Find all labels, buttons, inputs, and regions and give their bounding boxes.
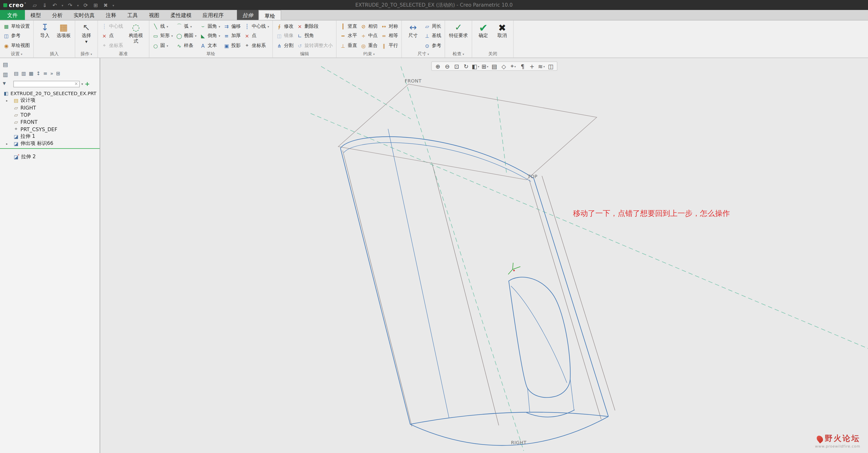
spline-button[interactable]: ∿样条 xyxy=(175,41,198,51)
tab-applications[interactable]: 应用程序 xyxy=(197,10,229,20)
refit-icon[interactable]: ⊡ xyxy=(452,63,461,69)
front-plane-label[interactable]: FRONT xyxy=(405,78,422,84)
tab-view[interactable]: 视图 xyxy=(143,10,165,20)
tab-realtime-simulation[interactable]: 实时仿真 xyxy=(68,10,100,20)
clear-filter-icon[interactable]: × xyxy=(73,82,79,86)
customize-qat-icon[interactable]: ▾ xyxy=(113,3,114,7)
regenerate-icon[interactable]: ⟳ xyxy=(83,2,89,8)
constraint-horizontal-button[interactable]: ━水平 xyxy=(338,31,359,41)
rectangle-button[interactable]: ▭矩形▾ xyxy=(151,31,175,41)
tree-item-extrude-1[interactable]: ◪拉伸 1 xyxy=(0,133,100,140)
references-button[interactable]: ◫参考 xyxy=(2,31,32,41)
tab-analysis[interactable]: 分析 xyxy=(46,10,68,20)
palette-button[interactable]: ▦选项板 xyxy=(54,22,73,40)
tab-model[interactable]: 模型 xyxy=(25,10,46,20)
select-button[interactable]: ↖选择▾ xyxy=(77,22,96,45)
tree-attach-icon[interactable]: ⊞ xyxy=(56,71,60,76)
circle-button[interactable]: ○圆▾ xyxy=(151,41,175,51)
chevron-down-icon[interactable]: ▾ xyxy=(219,25,220,28)
datum-display-filters-icon[interactable]: ⌖▾ xyxy=(509,63,518,70)
perspective-view-icon[interactable]: ◇ xyxy=(499,63,508,69)
coordinate-system-button[interactable]: ⌖坐标系 xyxy=(242,41,271,51)
zoom-out-icon[interactable]: ⊖ xyxy=(443,63,452,69)
perimeter-dimension-button[interactable]: ▱周长 xyxy=(423,22,443,31)
filter-funnel-icon[interactable]: ▼ xyxy=(3,82,6,86)
folder-browser-icon[interactable]: ▥ xyxy=(3,71,8,77)
windows-icon[interactable]: ⊞ xyxy=(93,2,99,8)
toolbar-overflow-icon[interactable]: » xyxy=(50,71,53,76)
chevron-down-icon[interactable]: ▾ xyxy=(166,25,168,28)
cancel-button[interactable]: ✖取消 xyxy=(493,22,512,40)
chevron-down-icon[interactable]: ▾ xyxy=(268,25,269,28)
constraint-parallel-button[interactable]: ∥平行 xyxy=(379,41,400,51)
tree-display-icon[interactable]: ▤ xyxy=(14,71,19,76)
constraint-tangent-button[interactable]: ⊘相切 xyxy=(359,22,379,31)
ok-button[interactable]: ✔确定 xyxy=(474,22,493,40)
group-label-settings[interactable]: 设置▾ xyxy=(2,51,32,57)
divide-button[interactable]: ⋔分割 xyxy=(275,41,295,51)
datum-point-button[interactable]: ×点 xyxy=(100,31,125,41)
display-style-icon[interactable]: ◧▾ xyxy=(471,63,480,69)
chevron-down-icon[interactable]: ▾ xyxy=(166,44,168,47)
feature-requirements-button[interactable]: ✓特征要求 xyxy=(447,22,470,40)
sketch-view-orientation-icon[interactable]: ◫ xyxy=(547,63,555,69)
spin-center-icon[interactable]: + xyxy=(528,63,536,69)
constraint-perpendicular-button[interactable]: ⊥垂直 xyxy=(338,41,359,51)
model-tree-tab-icon[interactable]: ▤ xyxy=(3,61,8,68)
right-plane-label[interactable]: RIGHT xyxy=(511,440,527,445)
ellipse-button[interactable]: ◯椭圆▾ xyxy=(175,31,198,41)
tree-item-design-items[interactable]: ▸▤设计项 xyxy=(0,97,100,104)
top-plane-label[interactable]: TOP xyxy=(528,173,537,179)
tree-item-front-plane[interactable]: ▱FRONT xyxy=(0,118,100,126)
tab-file[interactable]: 文件 xyxy=(0,10,25,20)
tab-flexible-modeling[interactable]: 柔性建模 xyxy=(165,10,197,20)
tree-item-part-root[interactable]: ◧EXTRUDE_20_TO_SELECTED_EX.PRT xyxy=(0,90,100,97)
constraint-equal-button[interactable]: =相等 xyxy=(379,31,400,41)
group-label-inspect[interactable]: 检查▾ xyxy=(447,50,470,57)
redo-icon[interactable]: ↷ xyxy=(67,2,73,8)
fillet-button[interactable]: ⌣圆角▾ xyxy=(198,22,222,31)
sketch-view-button[interactable]: ◉草绘视图 xyxy=(2,41,32,51)
expand-arrow-icon[interactable]: ▸ xyxy=(6,98,8,102)
baseline-dimension-button[interactable]: ⊥基线 xyxy=(423,31,443,41)
constraint-symmetric-button[interactable]: ↔对称 xyxy=(379,22,400,31)
sketch-geometry[interactable] xyxy=(340,129,608,445)
group-label-constrain[interactable]: 约束▾ xyxy=(338,51,400,57)
group-label-operations[interactable]: 操作▾ xyxy=(77,50,96,57)
tree-filter-input[interactable] xyxy=(14,81,73,87)
tree-item-protrusion-id66[interactable]: ▸◪伸出项 标识66 xyxy=(0,140,100,147)
expand-arrow-icon[interactable]: ▸ xyxy=(6,141,8,145)
tab-extrude-contextual[interactable]: 拉伸 xyxy=(237,10,258,20)
tab-tools[interactable]: 工具 xyxy=(122,10,143,20)
project-button[interactable]: ▣投影 xyxy=(222,41,242,51)
constraint-coincident-button[interactable]: ◎重合 xyxy=(359,41,379,51)
constraint-vertical-button[interactable]: ┃竖直 xyxy=(338,22,359,31)
text-button[interactable]: A文本 xyxy=(198,41,222,51)
group-label-dimension[interactable]: 尺寸▾ xyxy=(403,51,443,57)
chamfer-button[interactable]: ◣倒角▾ xyxy=(198,31,222,41)
sketch-setup-button[interactable]: ▦草绘设置 xyxy=(2,22,32,31)
undo-icon[interactable]: ↶ xyxy=(52,2,58,8)
tab-annotate[interactable]: 注释 xyxy=(100,10,122,20)
close-window-icon[interactable]: ✖ xyxy=(102,2,109,8)
construction-mode-button[interactable]: ◌构造模式 xyxy=(125,22,147,45)
save-icon[interactable]: ⇓ xyxy=(42,2,48,8)
dimension-button[interactable]: ↔尺寸 xyxy=(403,22,422,40)
chevron-down-icon[interactable]: ▾ xyxy=(172,34,173,38)
import-button[interactable]: ↧导入 xyxy=(35,22,54,40)
tree-item-extrude-2[interactable]: ◪*拉伸 2 xyxy=(0,153,100,160)
sketch-display-filters-icon[interactable]: ≋▾ xyxy=(537,63,546,69)
tab-sketch-active[interactable]: 草绘 xyxy=(258,10,281,20)
arc-button[interactable]: ⌒弧▾ xyxy=(175,22,198,31)
undo-dropdown-icon[interactable]: ▾ xyxy=(61,3,63,7)
tree-item-right-plane[interactable]: ▱RIGHT xyxy=(0,104,100,111)
add-filter-icon[interactable]: + xyxy=(85,80,90,87)
centerline-button[interactable]: ┆中心线▾ xyxy=(242,22,271,31)
constraint-midpoint-button[interactable]: ÷中点 xyxy=(359,31,379,41)
offset-button[interactable]: ⇉偏移 xyxy=(222,22,242,31)
tree-sort-icon[interactable]: ↕ xyxy=(36,71,40,76)
tree-columns-icon[interactable]: ▥ xyxy=(21,71,26,76)
chevron-down-icon[interactable]: ▾ xyxy=(219,34,220,38)
reference-dimension-button[interactable]: ⊙参考 xyxy=(423,41,443,51)
redo-dropdown-icon[interactable]: ▾ xyxy=(77,3,79,7)
